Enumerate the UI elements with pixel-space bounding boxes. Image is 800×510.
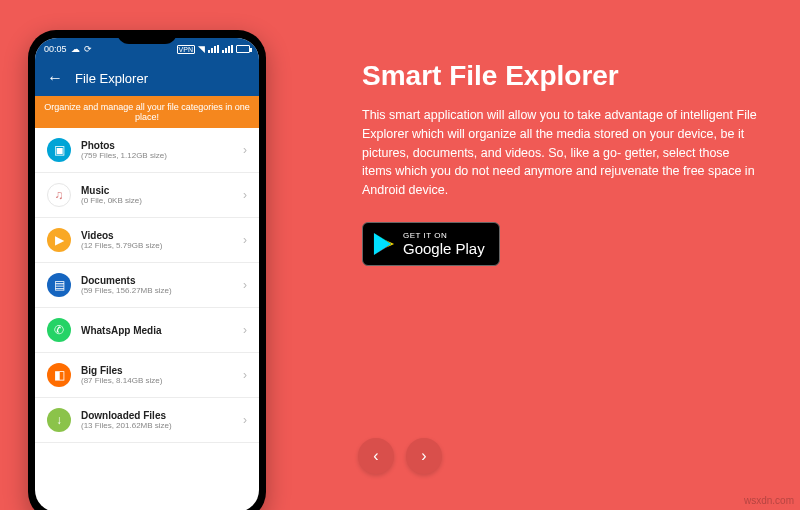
page-title: Smart File Explorer [362, 60, 762, 92]
list-item-documents[interactable]: ▤ Documents (59 Files, 156.27MB size) › [35, 263, 259, 308]
status-time: 00:05 [44, 44, 67, 54]
videos-icon: ▶ [47, 228, 71, 252]
download-icon: ↓ [47, 408, 71, 432]
list-item-videos[interactable]: ▶ Videos (12 Files, 5.79GB size) › [35, 218, 259, 263]
chevron-right-icon: › [243, 413, 247, 427]
chevron-right-icon: › [243, 278, 247, 292]
documents-icon: ▤ [47, 273, 71, 297]
back-icon[interactable]: ← [47, 70, 63, 86]
list-item-whatsapp[interactable]: ✆ WhatsApp Media › [35, 308, 259, 353]
badge-big-text: Google Play [403, 240, 485, 257]
bigfiles-icon: ◧ [47, 363, 71, 387]
app-bar-title: File Explorer [75, 71, 148, 86]
signal-icon [208, 45, 219, 53]
music-icon: ♫ [47, 183, 71, 207]
battery-icon [236, 45, 250, 53]
content-panel: Smart File Explorer This smart applicati… [362, 60, 762, 266]
category-list: ▣ Photos (759 Files, 1.12GB size) › ♫ Mu… [35, 128, 259, 443]
vpn-icon: VPN [177, 45, 195, 54]
google-play-badge[interactable]: GET IT ON Google Play [362, 222, 500, 266]
info-banner: Organize and manage all your file catego… [35, 96, 259, 128]
list-item-sub: (87 Files, 8.14GB size) [81, 376, 233, 385]
list-item-sub: (13 Files, 201.62MB size) [81, 421, 233, 430]
prev-button[interactable]: ‹ [358, 438, 394, 474]
phone-mockup: 00:05 ☁ ⟳ VPN ◥ ← File Explorer Organize… [28, 30, 266, 510]
list-item-label: Downloaded Files [81, 410, 233, 421]
wifi-icon: ◥ [198, 44, 205, 54]
list-item-photos[interactable]: ▣ Photos (759 Files, 1.12GB size) › [35, 128, 259, 173]
chevron-right-icon: › [243, 188, 247, 202]
next-button[interactable]: › [406, 438, 442, 474]
list-item-music[interactable]: ♫ Music (0 File, 0KB size) › [35, 173, 259, 218]
svg-marker-0 [374, 233, 391, 255]
chevron-left-icon: ‹ [373, 447, 378, 465]
list-item-sub: (0 File, 0KB size) [81, 196, 233, 205]
list-item-sub: (12 Files, 5.79GB size) [81, 241, 233, 250]
app-bar: ← File Explorer [35, 60, 259, 96]
sync-icon: ⟳ [84, 44, 92, 54]
chevron-right-icon: › [243, 143, 247, 157]
chevron-right-icon: › [243, 323, 247, 337]
page-description: This smart application will allow you to… [362, 106, 762, 200]
list-item-sub: (59 Files, 156.27MB size) [81, 286, 233, 295]
watermark: wsxdn.com [744, 495, 794, 506]
cloud-icon: ☁ [71, 44, 80, 54]
whatsapp-icon: ✆ [47, 318, 71, 342]
carousel-controls: ‹ › [358, 438, 442, 474]
google-play-icon [373, 232, 395, 256]
chevron-right-icon: › [421, 447, 426, 465]
list-item-label: Videos [81, 230, 233, 241]
photos-icon: ▣ [47, 138, 71, 162]
list-item-downloads[interactable]: ↓ Downloaded Files (13 Files, 201.62MB s… [35, 398, 259, 443]
list-item-label: Music [81, 185, 233, 196]
chevron-right-icon: › [243, 233, 247, 247]
phone-notch [117, 30, 177, 44]
phone-screen: 00:05 ☁ ⟳ VPN ◥ ← File Explorer Organize… [35, 38, 259, 510]
list-item-label: WhatsApp Media [81, 325, 233, 336]
chevron-right-icon: › [243, 368, 247, 382]
signal-icon-2 [222, 45, 233, 53]
list-item-label: Documents [81, 275, 233, 286]
list-item-label: Big Files [81, 365, 233, 376]
list-item-bigfiles[interactable]: ◧ Big Files (87 Files, 8.14GB size) › [35, 353, 259, 398]
list-item-sub: (759 Files, 1.12GB size) [81, 151, 233, 160]
list-item-label: Photos [81, 140, 233, 151]
badge-small-text: GET IT ON [403, 231, 485, 240]
